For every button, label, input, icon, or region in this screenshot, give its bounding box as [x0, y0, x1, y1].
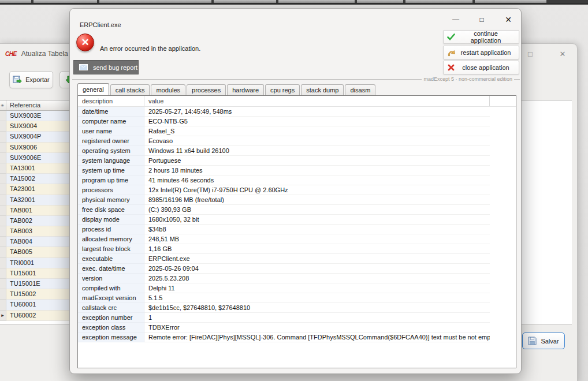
grid-column-header-referencia[interactable]: Referencia: [6, 100, 75, 111]
info-description-cell: system up time: [78, 166, 144, 175]
tab-cpu-regs[interactable]: cpu regs: [265, 84, 300, 95]
row-indicator-cell: [0, 195, 6, 206]
send-bug-report-button[interactable]: send bug report: [73, 60, 139, 74]
info-value-cell: 2025-05-26 09:04: [144, 264, 490, 274]
info-table-row[interactable]: callstack crc$de1b15cc, $27648810, $2764…: [78, 303, 516, 313]
info-description-cell: processors: [78, 185, 144, 195]
dialog-maximize-button[interactable]: □: [472, 12, 492, 27]
info-value-cell: (C:) 390,93 GB: [144, 205, 490, 215]
send-bug-report-label: send bug report: [93, 64, 137, 71]
info-description-cell: executable: [78, 254, 144, 264]
tab-general[interactable]: general: [77, 83, 109, 95]
referencia-cell: TA23001: [6, 184, 75, 195]
info-table-row[interactable]: physical memory8985/16196 MB (free/total…: [78, 195, 516, 205]
orange-restart-arrow-icon: [444, 49, 459, 57]
row-indicator-cell: [0, 174, 6, 184]
info-description-cell: compiled with: [78, 283, 144, 293]
referencia-cell: TU15001E: [6, 279, 75, 289]
info-table-row[interactable]: process id$34b8: [78, 225, 516, 234]
referencia-cell: TU15002: [6, 289, 75, 300]
exportar-button[interactable]: Exportar: [9, 71, 53, 88]
info-table-row[interactable]: display mode1680x1050, 32 bit: [78, 215, 516, 225]
info-table-row[interactable]: computer nameECO-NTB-G5: [78, 117, 516, 126]
referencia-cell: TAB001: [6, 206, 75, 216]
info-table-header: description value: [78, 96, 516, 107]
info-table-row[interactable]: registered ownerEcovaso: [78, 136, 516, 146]
row-indicator-cell: [0, 300, 6, 310]
app-logo-icon: CHE: [5, 51, 17, 57]
info-table-row[interactable]: madExcept version5.1.5: [78, 293, 516, 303]
info-table-row[interactable]: largest free block1,16 GB: [78, 244, 516, 254]
info-table-row[interactable]: processors12x Intel(R) Core(TM) i7-9750H…: [78, 185, 516, 195]
dialog-close-button[interactable]: ✕: [498, 12, 518, 27]
info-description-cell: process id: [78, 225, 144, 234]
info-description-cell: registered owner: [78, 136, 144, 146]
info-description-cell: computer name: [78, 117, 144, 126]
info-table-row[interactable]: compiled withDelphi 11: [78, 283, 516, 293]
info-table-row[interactable]: version2025.5.23.208: [78, 274, 516, 283]
separator-line: [514, 79, 520, 80]
info-table-row[interactable]: exception classTDBXError: [78, 323, 516, 333]
info-value-cell: Windows 11 x64 build 26100: [144, 146, 490, 156]
error-dialog: ERPClient.exe — □ ✕ ✕ An error occurred …: [69, 8, 522, 374]
info-table-row[interactable]: free disk space(C:) 390,93 GB: [78, 205, 516, 215]
salvar-button[interactable]: Salvar: [522, 333, 565, 349]
referencia-cell: SUX9004: [6, 121, 75, 132]
salvar-label: Salvar: [541, 338, 559, 345]
info-description-cell: exception class: [78, 323, 144, 333]
envelope-icon: [79, 64, 88, 70]
referencia-cell: TU15001: [6, 268, 75, 279]
referencia-cell: SUX9003E: [6, 111, 75, 121]
general-tab-panel: description value date/time2025-05-27, 1…: [77, 95, 516, 368]
info-value-cell: ECO-NTB-G5: [144, 117, 490, 126]
info-table-row[interactable]: exception messageRemote error: [FireDAC]…: [78, 333, 516, 342]
tab-processes[interactable]: processes: [187, 84, 226, 95]
bgwin-maximize-button[interactable]: □: [520, 47, 540, 61]
referencia-cell: TAB003: [6, 226, 75, 237]
info-table-row[interactable]: exception number1: [78, 313, 516, 323]
info-table-row[interactable]: system languagePortuguese: [78, 156, 516, 166]
bgwin-close-button[interactable]: ✕: [553, 47, 572, 61]
restart-application-button[interactable]: restart application: [443, 46, 519, 59]
info-description-cell: exception number: [78, 313, 144, 323]
tab-disasm[interactable]: disasm: [345, 84, 375, 95]
row-indicator-cell: [0, 268, 6, 279]
green-check-icon: [444, 33, 459, 40]
info-table-row[interactable]: date/time2025-05-27, 14:45:49, 548ms: [78, 107, 516, 117]
close-application-button[interactable]: close application: [443, 61, 519, 74]
column-header-value[interactable]: value: [144, 96, 490, 106]
info-rows-container: date/time2025-05-27, 14:45:49, 548mscomp…: [78, 107, 516, 342]
dialog-minimize-button[interactable]: —: [446, 12, 466, 27]
info-description-cell: allocated memory: [78, 234, 144, 244]
save-disk-icon: [528, 337, 537, 345]
grid-indicator-header: ✳: [0, 100, 6, 111]
info-description-cell: system language: [78, 156, 144, 166]
edition-separator: madExcept 5 · non-commercial edition: [72, 76, 520, 82]
referencia-cell: TU60002: [6, 311, 75, 321]
info-value-cell: 1680x1050, 32 bit: [144, 215, 490, 225]
info-table-row[interactable]: system up time2 hours 18 minutes: [78, 166, 516, 175]
row-indicator-cell: [0, 216, 6, 226]
info-description-cell: operating system: [78, 146, 144, 156]
tab-stack-dump[interactable]: stack dump: [301, 84, 344, 95]
info-value-cell: 2025.5.23.208: [144, 274, 490, 283]
tab-hardware[interactable]: hardware: [227, 84, 264, 95]
referencia-cell: TAB002: [6, 216, 75, 226]
column-header-description[interactable]: description: [78, 96, 144, 106]
info-description-cell: madExcept version: [78, 293, 144, 303]
info-table-row[interactable]: user nameRafael_S: [78, 126, 516, 136]
info-description-cell: physical memory: [78, 195, 144, 205]
continue-application-button[interactable]: continue application: [443, 30, 519, 44]
tab-call-stacks[interactable]: call stacks: [110, 84, 150, 95]
info-table-row[interactable]: allocated memory248,51 MB: [78, 234, 516, 244]
referencia-cell: TRI0001: [6, 258, 75, 268]
info-description-cell: exec. date/time: [78, 264, 144, 274]
info-table-row[interactable]: program up time41 minutes 46 seconds: [78, 175, 516, 185]
row-indicator-cell: [0, 247, 6, 257]
info-table-row[interactable]: executableERPClient.exe: [78, 254, 516, 264]
tab-modules[interactable]: modules: [151, 84, 185, 95]
info-table-row[interactable]: operating systemWindows 11 x64 build 261…: [78, 146, 516, 156]
info-table-row[interactable]: exec. date/time2025-05-26 09:04: [78, 264, 516, 274]
info-description-cell: user name: [78, 126, 144, 136]
screen: CHE Atualiza Tabela de □ ✕ Exportar ✳ Re…: [0, 0, 588, 381]
